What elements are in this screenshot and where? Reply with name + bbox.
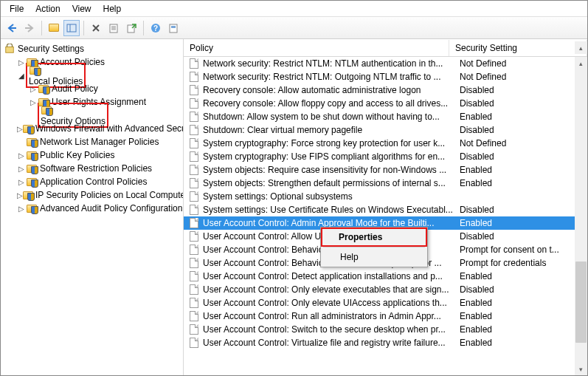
policy-row[interactable]: User Account Control: Only elevate UIAcc…	[184, 296, 575, 310]
policy-name: System settings: Use Certificate Rules o…	[203, 205, 457, 215]
export-button[interactable]	[123, 20, 139, 36]
policy-row[interactable]: System settings: Use Certificate Rules o…	[184, 203, 575, 216]
policy-row[interactable]: System objects: Strengthen default permi…	[184, 177, 575, 190]
toolbar-separator	[41, 21, 42, 35]
twisty-collapsed-icon[interactable]: ▷	[17, 58, 26, 66]
policy-row[interactable]: Recovery console: Allow automatic admini…	[184, 83, 575, 97]
policy-setting: Enabled	[457, 178, 575, 188]
policy-file-icon	[188, 124, 200, 136]
policy-row[interactable]: User Account Control: Run all administra…	[184, 310, 575, 323]
context-menu-properties[interactable]: Properties	[321, 228, 427, 247]
policy-row[interactable]: System cryptography: Use FIPS compliant …	[184, 150, 575, 163]
tree-item-label: Audit Policy	[52, 83, 98, 94]
menu-help[interactable]: Help	[97, 2, 128, 16]
tree-root[interactable]: Security Settings	[1, 42, 183, 55]
vertical-scrollbar[interactable]: ▴ ▾	[575, 57, 587, 375]
twisty-collapsed-icon[interactable]: ▷	[17, 205, 26, 213]
menu-file[interactable]: File	[4, 2, 30, 16]
column-header-setting[interactable]: Security Setting	[449, 40, 587, 56]
policy-name: User Account Control: Only elevate UIAcc…	[203, 298, 457, 308]
policy-name: Network security: Restrict NTLM: Outgoin…	[203, 72, 457, 82]
policy-row[interactable]: Shutdown: Clear virtual memory pagefileD…	[184, 123, 575, 137]
twisty-collapsed-icon[interactable]: ▷	[17, 151, 26, 160]
scroll-up-button[interactable]: ▴	[575, 41, 587, 54]
policy-row[interactable]: Network security: Restrict NTLM: Outgoin…	[184, 70, 575, 83]
scroll-up-arrow[interactable]: ▴	[575, 57, 587, 69]
back-button[interactable]	[4, 20, 20, 36]
tree-item[interactable]: ◢Local Policies	[1, 69, 183, 82]
tree-item[interactable]: Network List Manager Policies	[1, 135, 183, 148]
policy-row[interactable]: User Account Control: Detect application…	[184, 270, 575, 283]
twisty-collapsed-icon[interactable]: ▷	[17, 165, 26, 173]
tree-item[interactable]: Security Options	[1, 109, 183, 122]
policy-row[interactable]: Recovery console: Allow floppy copy and …	[184, 97, 575, 110]
policy-setting: Disabled	[457, 98, 575, 109]
tree-item[interactable]: ▷IP Security Policies on Local Compute	[1, 188, 183, 202]
policy-file-icon	[188, 297, 200, 309]
tree-item[interactable]: ▷Advanced Audit Policy Configuration	[1, 202, 183, 215]
column-header-policy[interactable]: Policy	[184, 40, 449, 56]
policy-setting: Prompt for consent on t...	[457, 245, 575, 255]
menu-view[interactable]: View	[66, 2, 97, 16]
tree-item[interactable]: ▷Application Control Policies	[1, 175, 183, 188]
policy-row[interactable]: System objects: Require case insensitivi…	[184, 163, 575, 177]
help-button[interactable]: ?	[148, 20, 164, 36]
refresh-button[interactable]	[165, 20, 181, 36]
folder-shield-icon	[26, 149, 38, 161]
policy-row[interactable]: User Account Control: Switch to the secu…	[184, 323, 575, 336]
twisty-collapsed-icon[interactable]: ▷	[17, 191, 23, 199]
svg-rect-0	[67, 24, 76, 32]
policy-row[interactable]: Shutdown: Allow system to be shut down w…	[184, 110, 575, 123]
tree-item[interactable]: ▷Software Restriction Policies	[1, 162, 183, 175]
policy-name: Recovery console: Allow automatic admini…	[203, 85, 457, 95]
policy-row[interactable]: System cryptography: Force strong key pr…	[184, 137, 575, 150]
properties-button[interactable]	[106, 20, 122, 36]
toolbar-separator	[83, 21, 84, 35]
folder-shield-icon	[26, 163, 38, 174]
folder-shield-icon	[26, 202, 38, 214]
tree-item[interactable]: ▷Windows Firewall with Advanced Secu	[1, 122, 183, 135]
policy-file-icon	[188, 244, 200, 256]
policy-row[interactable]: User Account Control: Only elevate execu…	[184, 283, 575, 296]
menu-action[interactable]: Action	[30, 2, 66, 16]
policy-file-icon	[188, 337, 200, 349]
list-pane: ▴ Policy Security Setting Network securi…	[184, 39, 587, 375]
folder-shield-icon	[38, 83, 49, 95]
policy-file-icon	[188, 58, 200, 69]
policy-row[interactable]: User Account Control: Virtualize file an…	[184, 336, 575, 349]
scroll-down-arrow[interactable]: ▾	[575, 363, 587, 375]
toolbar-separator	[143, 21, 144, 35]
policy-name: System objects: Require case insensitivi…	[203, 165, 457, 175]
policy-file-icon	[188, 230, 200, 242]
twisty-collapsed-icon[interactable]: ▷	[29, 98, 38, 106]
folder-shield-icon	[23, 189, 33, 201]
policy-file-icon	[188, 324, 200, 335]
twisty-collapsed-icon[interactable]: ▷	[17, 125, 23, 133]
policy-name: System cryptography: Use FIPS compliant …	[203, 151, 457, 162]
context-menu-help[interactable]: Help	[322, 249, 426, 265]
policy-row[interactable]: System settings: Optional subsystems	[184, 190, 575, 203]
twisty-expanded-icon[interactable]: ◢	[17, 72, 26, 80]
policy-name: Shutdown: Clear virtual memory pagefile	[203, 125, 457, 135]
up-button[interactable]	[46, 20, 62, 36]
tree-root-label: Security Settings	[18, 44, 84, 54]
tree-item[interactable]: ▷Public Key Policies	[1, 148, 183, 162]
tree: Security Settings ▷Account Policies◢Loca…	[1, 42, 183, 215]
tree-item-label: Software Restriction Policies	[40, 163, 152, 174]
tree-item-label: Network List Manager Policies	[40, 137, 159, 147]
policy-file-icon	[188, 111, 200, 123]
tree-item[interactable]: ▷Audit Policy	[1, 82, 183, 95]
policy-setting: Enabled	[457, 165, 575, 175]
body: Security Settings ▷Account Policies◢Loca…	[1, 39, 587, 375]
policy-setting: Enabled	[457, 298, 575, 308]
delete-button[interactable]	[88, 20, 104, 36]
scroll-thumb[interactable]	[575, 262, 587, 343]
twisty-collapsed-icon[interactable]: ▷	[17, 178, 26, 186]
policy-row[interactable]: Network security: Restrict NTLM: NTLM au…	[184, 57, 575, 70]
twisty-collapsed-icon[interactable]: ▷	[29, 85, 38, 93]
show-hide-tree-button[interactable]	[63, 20, 80, 36]
policy-setting: Disabled	[457, 85, 575, 95]
forward-button[interactable]	[21, 20, 38, 36]
context-menu-separator	[323, 247, 425, 247]
folder-shield-icon	[23, 123, 33, 134]
